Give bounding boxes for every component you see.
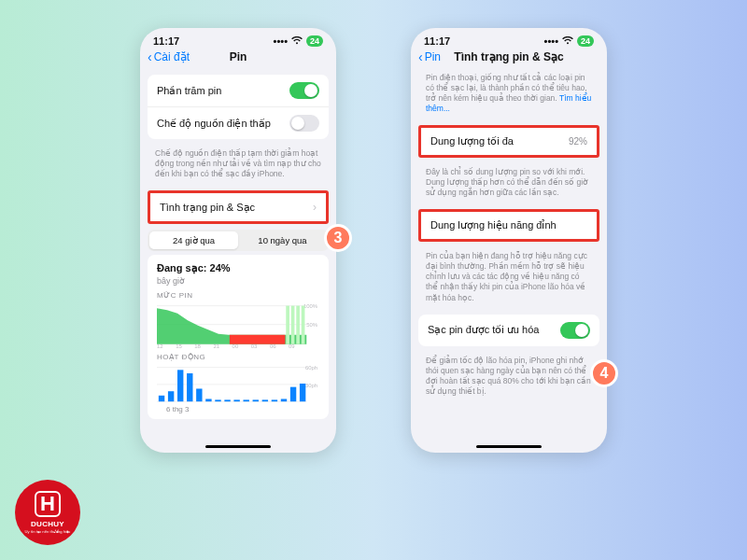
svg-text:60ph: 60ph — [305, 365, 317, 371]
phone-battery-settings: 11:17 •••• 24 ‹ Cài đặt Pin Phần trăm pi… — [140, 28, 336, 453]
svg-rect-6 — [291, 306, 295, 344]
row-optimized-charging[interactable]: Sạc pin được tối ưu hóa — [418, 315, 599, 346]
back-label: Pin — [425, 50, 441, 63]
activity-chart: 60ph 30ph — [157, 363, 319, 406]
group-battery-health: Tình trạng pin & Sạc › — [148, 190, 329, 224]
status-icons: •••• 24 — [274, 35, 323, 47]
svg-rect-26 — [196, 388, 202, 401]
group-peak-performance: Dung lượng hiệu năng đỉnh — [418, 209, 599, 242]
group-optimized-charging: Sạc pin được tối ưu hóa — [418, 315, 599, 346]
signal-icon: •••• — [544, 35, 558, 47]
svg-text:06: 06 — [270, 344, 276, 349]
back-label: Cài đặt — [154, 50, 190, 63]
optimized-caption: Để giảm tốc độ lão hóa pin, iPhone ghi n… — [411, 352, 607, 402]
level-label: MỨC PIN — [157, 291, 319, 300]
chevron-right-icon: › — [313, 201, 317, 214]
max-capacity-value: 92% — [569, 136, 587, 147]
toggle-battery-percent[interactable] — [289, 82, 319, 99]
signal-icon: •••• — [274, 35, 288, 47]
svg-rect-37 — [300, 383, 305, 400]
step-badge-4: 4 — [590, 359, 618, 387]
group-toggles: Phần trăm pin Chế độ nguồn điện thấp — [148, 75, 329, 139]
content: Phần trăm pin Chế độ nguồn điện thấp Chế… — [140, 69, 336, 425]
svg-text:30ph: 30ph — [305, 382, 317, 387]
back-button[interactable]: ‹ Cài đặt — [148, 50, 190, 63]
svg-text:100%: 100% — [303, 303, 318, 309]
svg-text:18: 18 — [194, 344, 201, 349]
wifi-icon — [291, 35, 303, 47]
chevron-left-icon: ‹ — [418, 50, 423, 63]
svg-rect-8 — [302, 306, 305, 344]
row-battery-health[interactable]: Tình trạng pin & Sạc › — [150, 193, 326, 221]
svg-text:50%: 50% — [306, 323, 318, 329]
seg-10d[interactable]: 10 ngày qua — [238, 231, 327, 249]
charging-block: Đang sạc: 24% bây giờ MỨC PIN 100% 50% 1… — [148, 255, 329, 419]
battery-icon: 24 — [306, 35, 323, 47]
logo-letter: H — [35, 491, 61, 517]
activity-label: HOẠT ĐỘNG — [157, 353, 319, 361]
row-battery-percent[interactable]: Phần trăm pin — [148, 75, 329, 107]
row-label: Sạc pin được tối ưu hóa — [428, 324, 539, 336]
svg-rect-27 — [205, 399, 211, 401]
svg-text:15: 15 — [176, 344, 182, 349]
svg-rect-30 — [233, 399, 239, 401]
svg-rect-36 — [290, 386, 296, 401]
phone-battery-health: 11:17 •••• 24 ‹ Pin Tình trạng pin & Sạc… — [411, 28, 607, 453]
toggle-low-power[interactable] — [289, 115, 319, 132]
svg-rect-31 — [243, 399, 248, 401]
seg-24h[interactable]: 24 giờ qua — [149, 231, 238, 249]
row-label: Phần trăm pin — [157, 85, 221, 97]
nav-bar: ‹ Pin Tình trạng pin & Sạc — [411, 49, 607, 69]
home-indicator[interactable] — [205, 445, 271, 448]
status-bar: 11:17 •••• 24 — [140, 28, 336, 49]
content: Pin điện thoại, giống như tất cả các loạ… — [411, 69, 607, 402]
brand-logo: H DUCHUY Uy tín tạo nên thương hiệu — [15, 480, 80, 545]
status-icons: •••• 24 — [544, 35, 594, 47]
svg-rect-23 — [168, 391, 174, 401]
logo-tagline: Uy tín tạo nên thương hiệu — [25, 529, 71, 534]
status-bar: 11:17 •••• 24 — [411, 28, 607, 49]
intro-caption: Pin điện thoại, giống như tất cả các loạ… — [411, 69, 607, 119]
segmented-control[interactable]: 24 giờ qua 10 ngày qua — [148, 230, 329, 251]
battery-icon: 24 — [577, 35, 594, 47]
svg-rect-35 — [281, 399, 287, 401]
max-capacity-caption: Đây là chỉ số dung lượng pin so với khi … — [411, 163, 607, 203]
home-indicator[interactable] — [476, 445, 542, 448]
status-time: 11:17 — [424, 35, 450, 47]
nav-bar: ‹ Cài đặt Pin — [140, 49, 336, 69]
charging-title: Đang sạc: 24% — [157, 262, 319, 274]
svg-rect-22 — [159, 395, 164, 400]
chevron-left-icon: ‹ — [148, 50, 152, 63]
charging-sub: bây giờ — [157, 276, 319, 286]
toggle-optimized-charging[interactable] — [560, 322, 590, 339]
row-label: Tình trạng pin & Sạc — [160, 202, 255, 214]
chart-date: 6 thg 3 — [157, 405, 319, 413]
status-time: 11:17 — [153, 35, 179, 47]
step-badge-3: 3 — [324, 224, 352, 252]
svg-text:21: 21 — [213, 344, 219, 349]
row-label: Chế độ nguồn điện thấp — [157, 118, 271, 130]
svg-text:00: 00 — [233, 344, 239, 349]
row-label: Dung lượng tối đa — [430, 135, 514, 147]
svg-rect-32 — [253, 399, 259, 401]
row-label: Dung lượng hiệu năng đỉnh — [430, 219, 557, 231]
logo-name: DUCHUY — [31, 520, 64, 528]
back-button[interactable]: ‹ Pin — [418, 50, 441, 63]
svg-rect-34 — [272, 399, 277, 401]
row-max-capacity[interactable]: Dung lượng tối đa 92% — [421, 128, 597, 155]
row-low-power[interactable]: Chế độ nguồn điện thấp — [148, 107, 329, 139]
svg-text:09: 09 — [289, 344, 295, 349]
peak-caption: Pin của bạn hiện đang hỗ trợ hiệu năng c… — [411, 247, 607, 308]
svg-rect-25 — [187, 372, 192, 400]
battery-level-chart: 100% 50% 1215182100030609 — [157, 301, 319, 348]
svg-text:12: 12 — [157, 344, 163, 349]
svg-rect-33 — [262, 399, 268, 401]
low-power-caption: Chế độ nguồn điện thấp tạm thời giảm hoạ… — [140, 145, 336, 185]
svg-rect-28 — [215, 399, 220, 401]
row-peak-performance[interactable]: Dung lượng hiệu năng đỉnh — [421, 212, 597, 239]
svg-rect-7 — [296, 306, 300, 344]
group-max-capacity: Dung lượng tối đa 92% — [418, 125, 599, 158]
svg-rect-29 — [224, 399, 230, 401]
svg-rect-24 — [177, 370, 183, 401]
wifi-icon — [562, 35, 573, 47]
